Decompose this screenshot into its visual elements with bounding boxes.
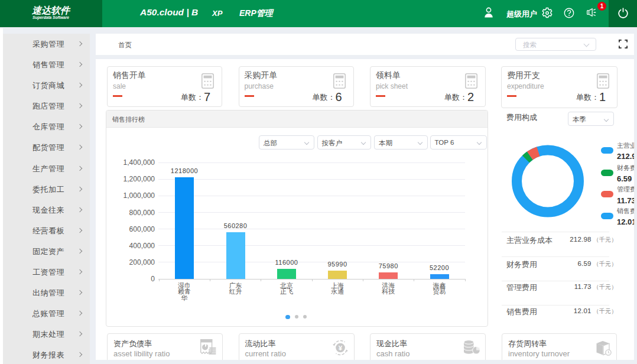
svg-text:¥: ¥ [339, 344, 343, 352]
